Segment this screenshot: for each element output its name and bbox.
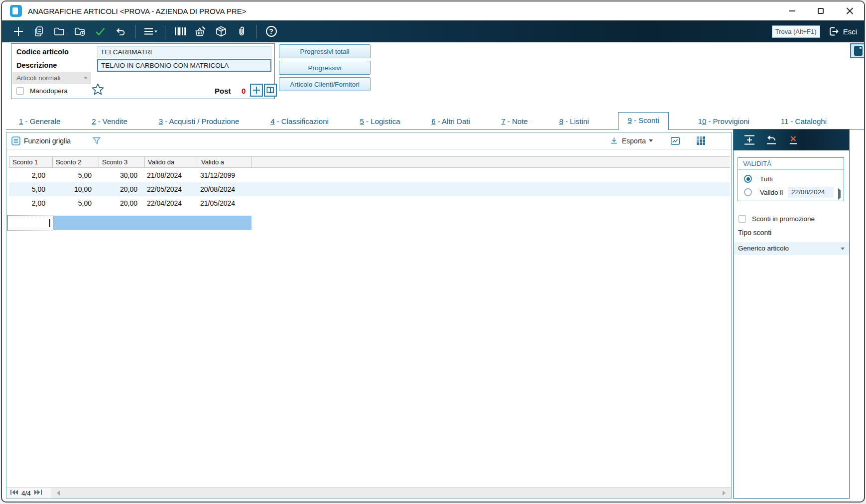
- find-input[interactable]: [772, 25, 820, 38]
- descrizione-field[interactable]: TELAIO IN CARBONIO CON MATRICOLA: [97, 59, 271, 72]
- chevron-down-icon: [649, 139, 653, 142]
- table-row[interactable]: 5,00 10,00 20,00 22/05/2024 20/08/2024: [9, 182, 730, 196]
- attachments-button[interactable]: [231, 23, 251, 40]
- cell-valido-da[interactable]: 21/08/2024: [144, 168, 198, 182]
- filter-button[interactable]: [92, 136, 102, 146]
- table-row[interactable]: 2,00 5,00 30,00 21/08/2024 31/12/2099: [9, 168, 251, 182]
- grid-view-button[interactable]: [697, 136, 705, 145]
- sconti-promozione-label: Sconti in promozione: [752, 215, 815, 223]
- chart-view-button[interactable]: [670, 135, 681, 146]
- tab-note[interactable]: 7 - Note: [499, 114, 530, 130]
- date-expand-button[interactable]: [838, 190, 841, 198]
- table-row[interactable]: 2,00 5,00 20,00 22/04/2024 21/05/2024: [9, 196, 251, 210]
- manodopera-checkbox[interactable]: [16, 87, 24, 95]
- cell-sconto1[interactable]: 5,00: [9, 182, 52, 196]
- cell-sconto1[interactable]: 2,00: [9, 168, 52, 182]
- radio-valido-il[interactable]: [744, 188, 752, 196]
- cell-sconto2[interactable]: 5,00: [52, 196, 99, 210]
- new-button[interactable]: [8, 23, 28, 40]
- tipo-sconti-select[interactable]: Generico articolo: [734, 242, 849, 255]
- codice-articolo-field[interactable]: TELCARBMATRI: [97, 46, 271, 58]
- toolbar-separator: [256, 25, 256, 38]
- sconti-promozione-checkbox[interactable]: [739, 215, 746, 223]
- column-header[interactable]: Sconto 1: [9, 157, 52, 167]
- horizontal-scrollbar[interactable]: [51, 488, 731, 499]
- tab-generale[interactable]: 1 - Generale: [17, 114, 62, 130]
- articolo-clienti-fornitori-button[interactable]: Articolo Clienti/Fornitori: [279, 77, 371, 91]
- undo-button[interactable]: [110, 23, 130, 40]
- new-row-edit-cell[interactable]: [7, 215, 53, 231]
- valido-il-date-field[interactable]: 22/08/2024: [788, 187, 834, 198]
- article-header-form: Codice articolo TELCARBMATRI Descrizione…: [2, 42, 864, 112]
- manodopera-label: Manodopera: [30, 87, 68, 95]
- close-button[interactable]: [835, 1, 864, 20]
- cell-sconto1[interactable]: 2,00: [9, 196, 52, 210]
- favorite-star-icon[interactable]: [91, 83, 105, 98]
- plus-icon: [253, 87, 260, 94]
- esporta-button[interactable]: Esporta: [609, 136, 653, 146]
- column-header[interactable]: Valido da: [144, 157, 198, 167]
- tab-altri-dati[interactable]: 6 - Altri Dati: [429, 114, 472, 130]
- radio-tutti[interactable]: [744, 175, 752, 183]
- triangle-right-icon: [723, 491, 726, 496]
- funzioni-griglia-button[interactable]: Funzioni griglia: [11, 136, 71, 145]
- cell-valido-a[interactable]: 20/08/2024: [198, 182, 251, 196]
- tab-provvigioni[interactable]: 10 - Provvigioni: [696, 114, 751, 130]
- column-header[interactable]: Sconto 2: [52, 157, 99, 167]
- package-button[interactable]: [211, 23, 231, 40]
- triangle-right-icon: [838, 188, 841, 200]
- confirm-button[interactable]: [90, 23, 110, 40]
- exit-button[interactable]: Esci: [828, 25, 857, 37]
- cell-sconto3[interactable]: 30,00: [99, 168, 144, 182]
- copy-button[interactable]: [28, 23, 49, 40]
- add-post-button[interactable]: [250, 84, 263, 97]
- chevron-down-icon: [84, 77, 88, 79]
- tab-sconti[interactable]: 9 - Sconti: [618, 112, 668, 130]
- cell-sconto3[interactable]: 20,00: [99, 196, 144, 210]
- open-recent-button[interactable]: [69, 23, 90, 40]
- cell-valido-da[interactable]: 22/04/2024: [144, 196, 198, 210]
- tab-acquisti-produzione[interactable]: 3 - Acquisti / Produzione: [157, 114, 242, 130]
- column-header[interactable]: Sconto 3: [99, 157, 144, 167]
- column-header[interactable]: Valido a: [198, 157, 251, 167]
- maximize-button[interactable]: [806, 1, 835, 20]
- help-button[interactable]: [261, 23, 281, 40]
- barcode-button[interactable]: [170, 23, 190, 40]
- minimize-button[interactable]: [777, 1, 806, 20]
- tab-classificazioni[interactable]: 4 - Classificazioni: [268, 114, 331, 130]
- basket-edit-button[interactable]: [190, 23, 211, 40]
- main-toolbar: Esci: [2, 20, 864, 42]
- panel-toggle-icon: [854, 46, 863, 56]
- lookup-button[interactable]: [264, 84, 277, 97]
- first-record-button[interactable]: [10, 489, 18, 497]
- tab-vendite[interactable]: 2 - Vendite: [90, 114, 129, 130]
- grid-statusbar: 4/4: [6, 487, 731, 499]
- cell-valido-a[interactable]: 21/05/2024: [198, 196, 251, 210]
- radio-row-valido-il: Valido il 22/08/2024: [738, 187, 844, 198]
- tab-cataloghi[interactable]: 11 - Cataloghi: [779, 114, 829, 130]
- last-record-button[interactable]: [34, 489, 42, 497]
- grid-functions-icon: [11, 136, 20, 145]
- restore-row-button[interactable]: [763, 133, 779, 147]
- manodopera-row: Manodopera: [16, 87, 68, 95]
- categoria-articolo-select[interactable]: Articoli normali: [12, 72, 91, 84]
- menu-button[interactable]: [140, 23, 160, 40]
- panel-toggle-button[interactable]: [850, 43, 865, 58]
- cell-sconto3[interactable]: 20,00: [99, 182, 144, 196]
- download-icon: [609, 136, 619, 146]
- scroll-left-button[interactable]: [53, 488, 63, 499]
- scroll-right-button[interactable]: [719, 488, 729, 499]
- help-icon: [266, 26, 277, 37]
- progressivi-button[interactable]: Progressivi: [279, 61, 371, 75]
- cell-sconto2[interactable]: 10,00: [52, 182, 99, 196]
- tab-listini[interactable]: 8 - Listini: [557, 114, 591, 130]
- cell-valido-a[interactable]: 31/12/2099: [198, 168, 251, 182]
- progressivi-totali-button[interactable]: Progressivi totali: [279, 44, 371, 58]
- cell-sconto2[interactable]: 5,00: [52, 168, 99, 182]
- insert-row-button[interactable]: [741, 133, 757, 147]
- cell-valido-da[interactable]: 22/05/2024: [144, 182, 198, 196]
- delete-row-button[interactable]: [785, 133, 801, 147]
- folder-icon: [53, 25, 65, 37]
- tab-logistica[interactable]: 5 - Logistica: [358, 114, 402, 130]
- open-button[interactable]: [49, 23, 69, 40]
